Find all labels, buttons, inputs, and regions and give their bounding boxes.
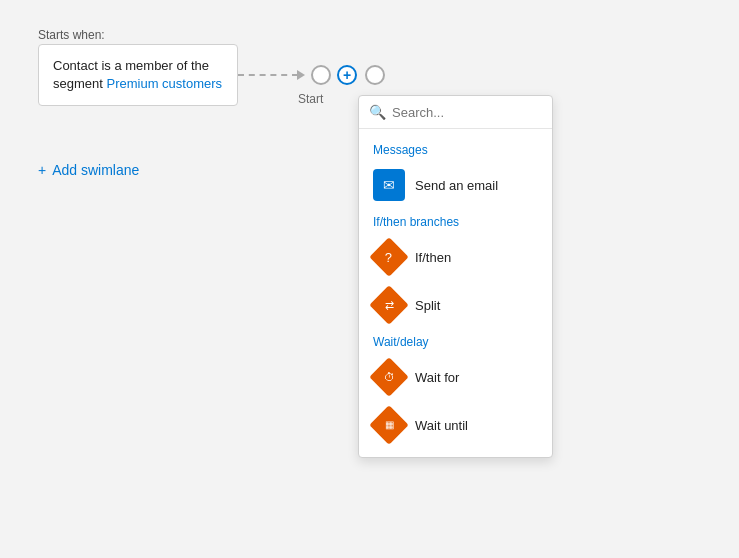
item-wait-for[interactable]: ⏱ Wait for xyxy=(359,353,552,401)
item-split[interactable]: ⇄ Split xyxy=(359,281,552,329)
add-swimlane-button[interactable]: + Add swimlane xyxy=(38,162,139,178)
canvas: Starts when: Contact is a member of the … xyxy=(0,0,739,558)
starts-when-label: Starts when: xyxy=(38,28,105,42)
item-picker-panel: 🔍 Messages ✉ Send an email If/then branc… xyxy=(358,95,553,458)
wait-for-icon-diamond: ⏱ xyxy=(369,357,409,397)
flow-connector: + xyxy=(238,65,385,85)
split-label: Split xyxy=(415,298,440,313)
wait-for-label: Wait for xyxy=(415,370,459,385)
search-icon: 🔍 xyxy=(369,104,386,120)
wait-until-icon: ▦ xyxy=(385,420,394,430)
panel-scroll[interactable]: Messages ✉ Send an email If/then branche… xyxy=(359,129,552,457)
node-end[interactable] xyxy=(365,65,385,85)
section-label-messages: Messages xyxy=(359,137,552,161)
section-label-ifthen: If/then branches xyxy=(359,209,552,233)
envelope-icon: ✉ xyxy=(383,177,395,193)
search-bar: 🔍 xyxy=(359,96,552,129)
plus-icon: + xyxy=(38,162,46,178)
dashed-line xyxy=(238,74,298,76)
wait-until-label: Wait until xyxy=(415,418,468,433)
start-label: Start xyxy=(298,92,323,106)
ifthen-label: If/then xyxy=(415,250,451,265)
send-email-icon-box: ✉ xyxy=(373,169,405,201)
item-send-email[interactable]: ✉ Send an email xyxy=(359,161,552,209)
arrow-right xyxy=(297,70,305,80)
split-icon-diamond: ⇄ xyxy=(369,285,409,325)
item-wait-until[interactable]: ▦ Wait until xyxy=(359,401,552,449)
trigger-card: Contact is a member of the segment Premi… xyxy=(38,44,238,106)
send-email-label: Send an email xyxy=(415,178,498,193)
wait-until-icon-diamond: ▦ xyxy=(369,405,409,445)
item-ifthen[interactable]: ? If/then xyxy=(359,233,552,281)
ifthen-icon: ? xyxy=(385,250,392,263)
trigger-link[interactable]: Premium customers xyxy=(106,76,222,91)
split-icon: ⇄ xyxy=(385,300,394,311)
search-input[interactable] xyxy=(392,105,542,120)
wait-for-icon: ⏱ xyxy=(384,372,395,383)
ifthen-icon-diamond: ? xyxy=(369,237,409,277)
section-label-wait: Wait/delay xyxy=(359,329,552,353)
node-circle[interactable] xyxy=(311,65,331,85)
node-plus[interactable]: + xyxy=(337,65,357,85)
add-swimlane-label: Add swimlane xyxy=(52,162,139,178)
